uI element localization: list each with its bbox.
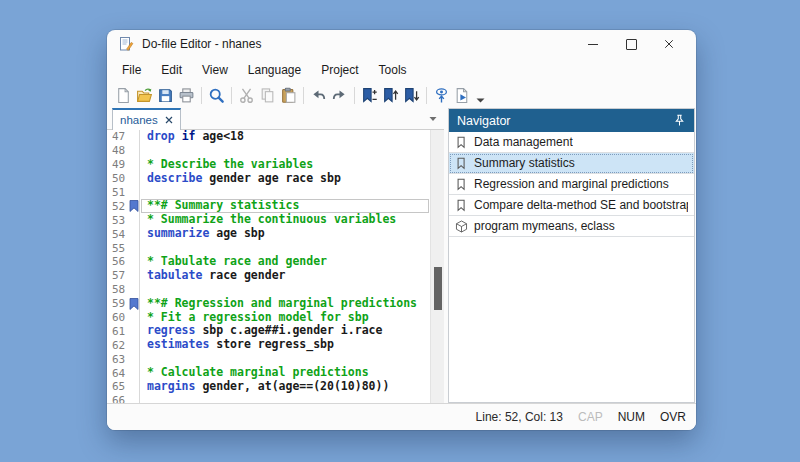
status-bar: Line: 52, Col: 13 CAPNUMOVR: [107, 403, 696, 430]
save-icon[interactable]: [155, 84, 176, 106]
editor-line-60[interactable]: 60* Fit a regression model for sbp: [107, 311, 430, 325]
new-file-icon[interactable]: [113, 84, 134, 106]
code-text[interactable]: * Describe the variables: [140, 158, 313, 172]
cursor-position: Line: 52, Col: 13: [476, 410, 563, 424]
bookmark-flag-icon[interactable]: [129, 298, 139, 310]
line-number: 57: [107, 269, 127, 282]
menu-project[interactable]: Project: [311, 60, 368, 80]
code-text[interactable]: **# Summary statistics: [140, 199, 299, 213]
code-text[interactable]: tabulate race gender: [140, 269, 285, 283]
bookmark-slot: [129, 159, 139, 171]
line-number: 51: [107, 186, 127, 199]
line-gutter: 60: [107, 311, 140, 325]
indicator-ovr: OVR: [660, 410, 686, 424]
code-text[interactable]: * Fit a regression model for sbp: [140, 311, 369, 325]
maximize-button[interactable]: [612, 30, 650, 58]
code-text[interactable]: regress sbp c.age##i.gender i.race: [140, 324, 382, 338]
find-icon[interactable]: [206, 84, 227, 106]
main-content: nhanes 47drop if age<184849* Describe th…: [107, 108, 696, 403]
line-number: 47: [107, 130, 127, 143]
navigator-item-summary-statistics[interactable]: Summary statistics: [449, 153, 694, 174]
editor-line-51[interactable]: 51: [107, 186, 430, 200]
bookmark-slot: [129, 312, 139, 324]
bookmark-next-icon[interactable]: [401, 84, 422, 106]
menu-view[interactable]: View: [192, 60, 238, 80]
bookmark-slot: [129, 381, 139, 393]
line-number: 49: [107, 158, 127, 171]
window-title: Do-file Editor - nhanes: [142, 37, 261, 51]
code-text[interactable]: * Tabulate race and gender: [140, 255, 327, 269]
editor-scrollbar-thumb[interactable]: [434, 267, 442, 310]
code-text[interactable]: estimates store regress_sbp: [140, 338, 334, 352]
editor-line-64[interactable]: 64* Calculate marginal predictions: [107, 366, 430, 380]
minimize-button[interactable]: [574, 30, 612, 58]
code-editor[interactable]: 47drop if age<184849* Describe the varia…: [107, 130, 444, 403]
editor-line-58[interactable]: 58: [107, 283, 430, 297]
editor-line-49[interactable]: 49* Describe the variables: [107, 158, 430, 172]
editor-line-56[interactable]: 56* Tabulate race and gender: [107, 255, 430, 269]
tab-close-icon[interactable]: [165, 116, 173, 124]
toolbar-overflow-icon[interactable]: [476, 97, 485, 108]
toolbar-separator: [426, 87, 427, 104]
navigator-item-regression-and-marginal-predictions[interactable]: Regression and marginal predictions: [449, 174, 694, 195]
editor-line-52[interactable]: 52**# Summary statistics: [107, 199, 430, 213]
code-text[interactable]: margins gender, at(age==(20(10)80)): [140, 380, 389, 394]
bookmark-flag-icon[interactable]: [129, 200, 139, 212]
editor-line-63[interactable]: 63: [107, 352, 430, 366]
line-number: 50: [107, 172, 127, 185]
line-gutter: 51: [107, 186, 140, 200]
line-gutter: 57: [107, 269, 140, 283]
line-gutter: 47: [107, 130, 140, 144]
editor-line-62[interactable]: 62estimates store regress_sbp: [107, 338, 430, 352]
run-icon[interactable]: [431, 84, 452, 106]
code-text[interactable]: summarize age sbp: [140, 227, 265, 241]
code-text[interactable]: * Summarize the continuous variables: [140, 213, 396, 227]
pin-icon[interactable]: [673, 114, 686, 127]
undo-icon[interactable]: [308, 84, 329, 106]
editor-line-54[interactable]: 54summarize age sbp: [107, 227, 430, 241]
menu-edit[interactable]: Edit: [151, 60, 192, 80]
editor-line-48[interactable]: 48: [107, 144, 430, 158]
close-button[interactable]: [650, 30, 688, 58]
tab-bar: nhanes: [107, 108, 444, 130]
code-text[interactable]: **# Regression and marginal predictions: [140, 297, 417, 311]
editor-line-59[interactable]: 59**# Regression and marginal prediction…: [107, 297, 430, 311]
editor-line-66[interactable]: 66: [107, 394, 430, 403]
menu-language[interactable]: Language: [238, 60, 311, 80]
bookmark-slot: [129, 325, 139, 337]
line-number: 58: [107, 283, 127, 296]
do-icon[interactable]: [452, 84, 473, 106]
editor-line-61[interactable]: 61regress sbp c.age##i.gender i.race: [107, 324, 430, 338]
editor-line-50[interactable]: 50describe gender age race sbp: [107, 172, 430, 186]
line-gutter: 49: [107, 158, 140, 172]
code-text[interactable]: describe gender age race sbp: [140, 172, 341, 186]
code-text[interactable]: * Calculate marginal predictions: [140, 366, 369, 380]
tab-nhanes[interactable]: nhanes: [112, 108, 181, 130]
code-text[interactable]: drop if age<18: [140, 130, 244, 144]
redo-icon[interactable]: [329, 84, 350, 106]
navigator-item-program-mymeans-eclass[interactable]: program mymeans, eclass: [449, 216, 694, 237]
navigator-item-compare-delta-method-se-and-bootstrap-se[interactable]: Compare delta-method SE and bootstrap SE…: [449, 195, 694, 216]
bookmark-slot: [129, 256, 139, 268]
bookmark-toggle-icon[interactable]: [359, 84, 380, 106]
editor-line-65[interactable]: 65margins gender, at(age==(20(10)80)): [107, 380, 430, 394]
toolbar: [107, 82, 696, 108]
print-icon[interactable]: [176, 84, 197, 106]
tab-list-dropdown[interactable]: [429, 116, 437, 122]
line-number: 65: [107, 380, 127, 393]
line-number: 52: [107, 200, 127, 213]
editor-scrollbar[interactable]: [430, 130, 444, 403]
line-gutter: 56: [107, 255, 140, 269]
bookmark-previous-icon[interactable]: [380, 84, 401, 106]
open-icon[interactable]: [134, 84, 155, 106]
navigator-item-data-management[interactable]: Data management: [449, 132, 694, 153]
bookmark-slot: [129, 145, 139, 157]
editor-line-57[interactable]: 57tabulate race gender: [107, 269, 430, 283]
editor-line-55[interactable]: 55: [107, 241, 430, 255]
editor-line-47[interactable]: 47drop if age<18: [107, 130, 430, 144]
editor-line-53[interactable]: 53* Summarize the continuous variables: [107, 213, 430, 227]
menu-file[interactable]: File: [112, 60, 151, 80]
bookmark-slot: [129, 242, 139, 254]
paste-icon[interactable]: [278, 84, 299, 106]
menu-tools[interactable]: Tools: [369, 60, 417, 80]
